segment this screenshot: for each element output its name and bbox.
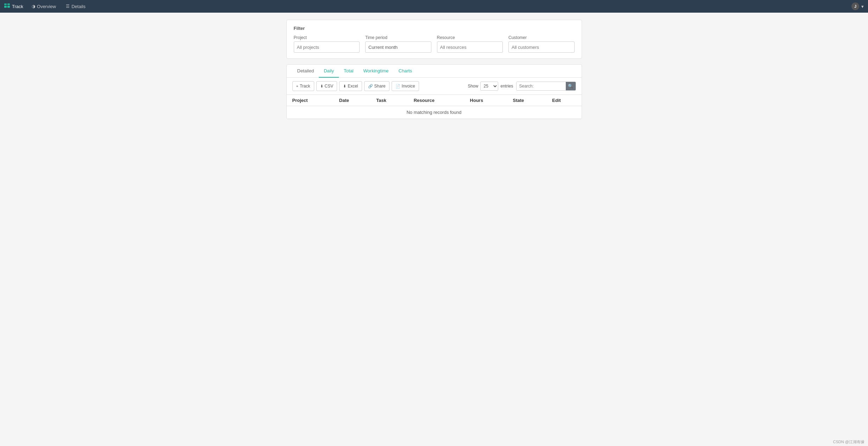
entries-label: entries [500,84,513,89]
col-date: Date [334,95,370,106]
toolbar-right: Show 25 50 100 entries 🔍 [468,82,576,91]
filter-customer-group: Customer [508,35,575,53]
table-header-row: Project Date Task Resource Hours State E… [287,95,582,106]
share-button[interactable]: 🔗 Share [364,81,389,91]
table-toolbar: + Track ⬇ CSV ⬇ Excel 🔗 Share 📄 Invo [287,78,582,95]
show-label: Show [468,84,478,89]
col-state: State [507,95,547,106]
tab-total[interactable]: Total [339,65,358,78]
filter-timeperiod-label: Time period [365,35,431,40]
filter-customer-input[interactable] [508,41,575,53]
tab-workingtime[interactable]: Workingtime [359,65,394,78]
nav-track-logo[interactable]: Track [4,4,23,9]
search-input[interactable] [517,82,566,90]
overview-icon: ◑ [32,4,35,9]
csv-button-label: CSV [325,84,334,89]
filter-timeperiod-input[interactable] [365,41,431,53]
track-logo-icon [4,4,10,9]
filter-timeperiod-group: Time period [365,35,431,53]
nav-right: J ▾ [851,2,864,10]
details-icon: ☰ [66,4,70,9]
data-table: Project Date Task Resource Hours State E… [287,95,582,119]
tab-detailed[interactable]: Detailed [292,65,319,78]
toolbar-left: + Track ⬇ CSV ⬇ Excel 🔗 Share 📄 Invo [292,81,419,91]
nav-left: Track ◑ Overview ☰ Details [4,4,87,9]
nav-details-label: Details [71,4,85,9]
search-box: 🔍 [516,82,576,91]
tab-daily[interactable]: Daily [319,65,339,78]
filter-resource-input[interactable] [437,41,503,53]
filter-row: Project Time period Resource Customer [294,35,575,53]
nav-details[interactable]: ☰ Details [64,4,87,9]
filter-project-input[interactable] [294,41,360,53]
filter-project-group: Project [294,35,360,53]
show-entries: Show 25 50 100 entries [468,82,513,91]
track-button-label: Track [300,84,310,89]
col-edit: Edit [546,95,581,106]
col-task: Task [370,95,408,106]
entries-select[interactable]: 25 50 100 [480,82,498,91]
share-button-label: Share [374,84,386,89]
invoice-button[interactable]: 📄 Invoice [392,81,419,91]
top-nav: Track ◑ Overview ☰ Details J ▾ [0,0,868,13]
empty-message: No matching records found [287,106,582,119]
table-body: No matching records found [287,106,582,119]
share-icon: 🔗 [368,84,373,89]
search-button[interactable]: 🔍 [566,82,576,90]
download-csv-icon: ⬇ [320,84,323,89]
filter-resource-label: Resource [437,35,503,40]
invoice-icon: 📄 [395,84,400,89]
nav-overview[interactable]: ◑ Overview [30,4,57,9]
filter-title: Filter [294,26,575,31]
excel-button[interactable]: ⬇ Excel [339,81,362,91]
plus-icon: + [296,84,298,88]
invoice-button-label: Invoice [402,84,415,89]
filter-resource-group: Resource [437,35,503,53]
nav-overview-label: Overview [37,4,56,9]
user-initial: J [854,4,856,8]
user-avatar[interactable]: J [851,2,859,10]
user-dropdown-icon[interactable]: ▾ [861,4,864,9]
col-project: Project [287,95,334,106]
track-button[interactable]: + Track [292,81,314,91]
download-excel-icon: ⬇ [343,84,346,89]
tabs-header: Detailed Daily Total Workingtime Charts [287,65,582,78]
filter-project-label: Project [294,35,360,40]
col-resource: Resource [408,95,464,106]
tabs-panel: Detailed Daily Total Workingtime Charts … [286,64,582,119]
nav-track-label: Track [12,4,23,9]
search-icon: 🔍 [568,84,573,89]
csv-button[interactable]: ⬇ CSV [316,81,337,91]
excel-button-label: Excel [348,84,358,89]
filter-panel: Filter Project Time period Resource Cust… [286,20,582,59]
col-hours: Hours [464,95,507,106]
filter-customer-label: Customer [508,35,575,40]
tab-charts[interactable]: Charts [394,65,417,78]
table-empty-row: No matching records found [287,106,582,119]
table-header: Project Date Task Resource Hours State E… [287,95,582,106]
main-content: Filter Project Time period Resource Cust… [276,13,593,126]
